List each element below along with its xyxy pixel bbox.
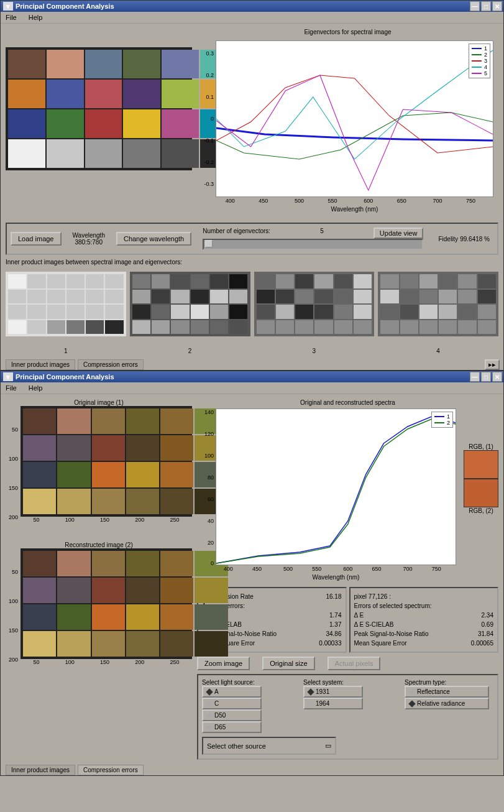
gray-swatch (27, 290, 45, 304)
color-swatch (57, 551, 90, 576)
gray-swatch (171, 274, 189, 288)
gray-swatch (191, 320, 209, 334)
color-swatch (8, 50, 45, 78)
light-source-d50[interactable]: D50 (202, 709, 262, 721)
tab-compression-errors[interactable]: Compression errors (78, 765, 144, 775)
gray-swatch (8, 274, 26, 288)
gray-swatch (171, 320, 189, 334)
color-swatch (57, 604, 90, 630)
color-swatch (92, 408, 125, 434)
reconstructed-image[interactable] (21, 548, 192, 659)
tab-compression-errors[interactable]: Compression errors (78, 359, 144, 370)
app-icon: ▾ (3, 372, 13, 381)
load-image-button[interactable]: Load image (11, 232, 62, 246)
eigenvector-slider[interactable] (203, 239, 423, 250)
menu-file[interactable]: File (6, 384, 17, 392)
color-swatch (23, 551, 56, 576)
menu-help[interactable]: Help (29, 384, 43, 392)
gray-swatch (229, 320, 247, 334)
plot-svg (216, 409, 456, 565)
gray-swatch (419, 320, 438, 334)
gray-swatch (276, 305, 294, 319)
gray-swatch (8, 320, 26, 334)
gray-swatch (419, 290, 438, 304)
gray-swatch (257, 320, 275, 334)
spectra-legend: 1 2 (431, 412, 453, 428)
maximize-button[interactable]: □ (481, 1, 491, 11)
original-size-button[interactable]: Original size (262, 657, 315, 670)
minimize-button[interactable]: — (470, 372, 480, 382)
light-source-a[interactable]: A (202, 686, 262, 698)
light-source-d65[interactable]: D65 (202, 721, 262, 733)
gray-swatch (132, 290, 150, 304)
spectype-reflectance[interactable]: Reflectance (405, 686, 489, 698)
gray-swatch (210, 305, 228, 319)
gray-swatch (380, 320, 398, 334)
menubar-1: File Help (1, 12, 503, 24)
other-source-dropdown[interactable]: Select other source▭ (202, 737, 336, 755)
actual-pixels-button[interactable]: Actual pixels (328, 657, 381, 670)
color-swatch (85, 80, 122, 108)
gray-swatch (229, 305, 247, 319)
gray-swatch (191, 290, 209, 304)
spectype-radiance[interactable]: Relative radiance (405, 698, 489, 709)
system-1964[interactable]: 1964 (303, 698, 363, 709)
color-swatch (126, 551, 159, 576)
maximize-button[interactable]: □ (481, 372, 491, 382)
color-swatch (126, 408, 159, 434)
gray-swatch (47, 274, 65, 288)
zoom-image-button[interactable]: Zoom image (197, 657, 250, 670)
color-swatch (85, 50, 122, 78)
tab-inner-product[interactable]: Inner product images (6, 765, 75, 775)
close-button[interactable]: ✕ (492, 372, 502, 382)
window-title: Principal Component Analysis (16, 373, 114, 381)
gray-swatch (419, 305, 438, 319)
light-source-c[interactable]: C (202, 698, 262, 709)
color-swatch (126, 578, 159, 603)
chart-title: Eigenvectors for spectral image (197, 29, 498, 35)
change-wavelength-button[interactable]: Change wavelength (116, 232, 191, 246)
original-image[interactable] (21, 406, 192, 517)
color-swatch (195, 578, 227, 603)
color-swatch (47, 50, 84, 78)
gray-swatch (257, 274, 275, 288)
color-swatch (160, 435, 193, 461)
color-swatch (57, 631, 90, 657)
tab-inner-product[interactable]: Inner product images (6, 359, 75, 370)
menu-file[interactable]: File (6, 14, 17, 21)
color-swatch (123, 50, 160, 78)
gray-swatch (458, 305, 476, 319)
rgb-swatches: RGB, (1) RGB, (2) (464, 406, 498, 583)
titlebar-2[interactable]: ▾ Principal Component Analysis — □ ✕ (1, 371, 503, 382)
titlebar-1[interactable]: ▾ Principal Component Analysis — □ ✕ (1, 1, 503, 12)
gray-swatch (66, 320, 85, 334)
color-swatch (162, 109, 199, 138)
color-swatch (8, 109, 45, 138)
color-swatch (8, 139, 45, 168)
gray-swatch (439, 305, 457, 319)
gray-swatch (439, 320, 457, 334)
scroll-right-button[interactable]: ▸▸ (485, 359, 500, 370)
window-title: Principal Component Analysis (16, 2, 114, 10)
gray-swatch (152, 305, 170, 319)
gray-swatch (276, 320, 294, 334)
gray-swatch (66, 274, 85, 288)
gray-swatch (439, 274, 457, 288)
color-swatch (23, 408, 56, 434)
menu-help[interactable]: Help (29, 14, 43, 21)
rgb-swatch-2 (464, 479, 498, 507)
close-button[interactable]: ✕ (492, 1, 502, 11)
gray-swatch (152, 274, 170, 288)
color-swatch (57, 578, 90, 603)
update-view-button[interactable]: Update view (373, 228, 424, 239)
color-swatch (23, 435, 56, 461)
gray-swatch (191, 305, 209, 319)
color-swatch (123, 109, 160, 138)
gray-swatch (66, 290, 85, 304)
color-swatch (160, 462, 193, 487)
system-1931[interactable]: 1931 (303, 686, 363, 698)
minimize-button[interactable]: — (470, 1, 480, 11)
color-swatch (47, 139, 84, 168)
spectral-image-panel (6, 29, 192, 218)
spectra-chart-title: Original and reconstructed spectra (197, 399, 498, 406)
